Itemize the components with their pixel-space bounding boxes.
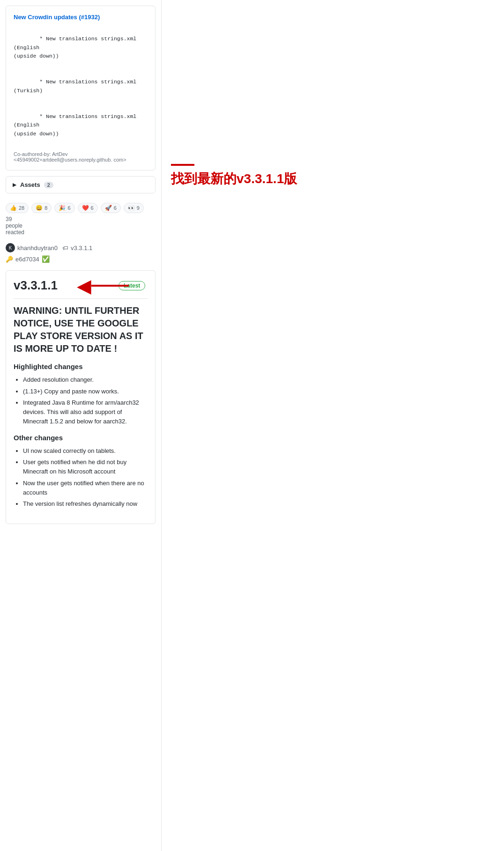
red-line <box>91 285 129 287</box>
other-title: Other changes <box>14 434 148 442</box>
reaction-rocket[interactable]: 🚀 6 <box>101 203 121 213</box>
highlighted-title: Highlighted changes <box>14 363 148 370</box>
assets-label: Assets <box>20 181 40 188</box>
other-item-3: Now the user gets notified when there ar… <box>23 479 148 497</box>
other-item-1: UI now scaled correctly on tablets. <box>23 446 148 456</box>
assets-arrow-icon: ▶ <box>13 182 16 187</box>
smile-emoji: 😄 <box>36 205 43 211</box>
other-item-2: User gets notified when he did not buy M… <box>23 458 148 476</box>
other-list: UI now scaled correctly on tablets. User… <box>14 446 148 509</box>
release-version: v3.3.1.1 <box>14 278 58 293</box>
assets-header[interactable]: ▶ Assets 2 <box>13 181 148 188</box>
release-meta: K khanhduytran0 🏷 v3.3.1.1 <box>0 239 161 254</box>
version-row: v3.3.1.1 ◀ Latest <box>14 278 148 293</box>
thumbsup-emoji: 👍 <box>10 205 17 211</box>
highlighted-item-1: Added resolution changer. <box>23 375 148 385</box>
assets-count: 2 <box>44 182 53 188</box>
heart-count: 6 <box>91 205 94 211</box>
commit-author: Co-authored-by: ArtDev <45949002+artdeel… <box>14 151 148 163</box>
highlighted-list: Added resolution changer. (1.13+) Copy a… <box>14 375 148 426</box>
eyes-emoji: 👀 <box>128 205 135 211</box>
red-line-right <box>171 164 194 166</box>
reactions-extra: 39 people reacted <box>6 216 24 236</box>
author-item: K khanhduytran0 <box>6 243 58 252</box>
thumbsup-count: 28 <box>19 205 24 211</box>
left-panel: New Crowdin updates (#1932) * New transl… <box>0 0 162 851</box>
author-name[interactable]: khanhduytran0 <box>17 244 58 252</box>
heart-emoji: ❤️ <box>82 205 89 211</box>
author-avatar: K <box>6 243 15 252</box>
check-icon: ✅ <box>42 255 50 263</box>
reaction-thumbsup[interactable]: 👍 28 <box>6 203 29 213</box>
commit-hash-row: 🔑 e6d7034 ✅ <box>0 254 161 267</box>
annotation-text: 找到最新的v3.3.1.1版 <box>171 170 495 188</box>
highlighted-item-3: Integrated Java 8 Runtime for arm/aarch3… <box>23 398 148 426</box>
reaction-smile[interactable]: 😄 8 <box>31 203 52 213</box>
warning-text: WARNING: UNTIL FURTHER NOTICE, USE THE G… <box>14 304 148 355</box>
commit-line-2: * New translations strings.xml (Turkish) <box>14 79 140 93</box>
tada-emoji: 🎉 <box>59 205 66 211</box>
arrow-annotation: ◀ <box>77 276 127 295</box>
commit-card: New Crowdin updates (#1932) * New transl… <box>6 6 156 170</box>
red-arrow-icon: ◀ <box>77 276 91 295</box>
tag-name[interactable]: v3.3.1.1 <box>71 244 92 252</box>
page-container: New Crowdin updates (#1932) * New transl… <box>0 0 504 851</box>
tada-count: 6 <box>67 205 70 211</box>
reaction-tada[interactable]: 🎉 6 <box>54 203 74 213</box>
commit-body: * New translations strings.xml (English … <box>14 26 148 147</box>
eyes-count: 9 <box>137 205 140 211</box>
reaction-eyes[interactable]: 👀 9 <box>124 203 144 213</box>
commit-line-3: * New translations strings.xml (English … <box>14 113 140 137</box>
rocket-emoji: 🚀 <box>105 205 112 211</box>
reaction-heart[interactable]: ❤️ 6 <box>78 203 98 213</box>
key-icon: 🔑 <box>6 256 13 263</box>
other-item-4: The version list refreshes dynamically n… <box>23 499 148 509</box>
right-panel: 找到最新的v3.3.1.1版 <box>162 0 504 851</box>
assets-section: ▶ Assets 2 <box>6 176 156 193</box>
commit-title[interactable]: New Crowdin updates (#1932) <box>14 14 148 21</box>
smile-count: 8 <box>44 205 47 211</box>
hash-value[interactable]: e6d7034 <box>15 256 39 263</box>
right-arrow-line <box>171 164 495 166</box>
highlighted-item-2: (1.13+) Copy and paste now works. <box>23 387 148 396</box>
rocket-count: 6 <box>114 205 117 211</box>
tag-icon: 🏷 <box>62 244 68 252</box>
release-card: v3.3.1.1 ◀ Latest WARNING: UNTIL FURTHER… <box>6 270 156 524</box>
reactions-row: 👍 28 😄 8 🎉 6 ❤️ 6 🚀 6 👀 9 <box>0 199 161 239</box>
tag-item: 🏷 v3.3.1.1 <box>62 244 92 252</box>
release-divider <box>14 298 148 299</box>
commit-line-1: * New translations strings.xml (English … <box>14 36 140 59</box>
